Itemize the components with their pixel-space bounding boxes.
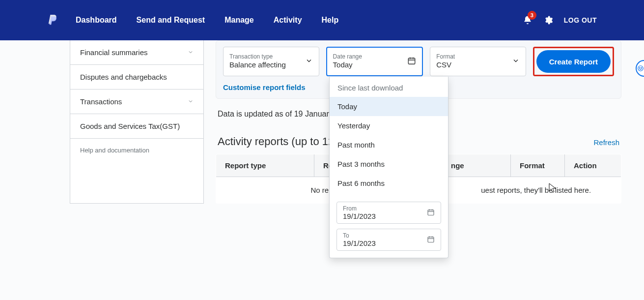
svg-point-13 — [639, 67, 640, 68]
dropdown-header: Since last download — [330, 77, 448, 97]
notif-badge: 3 — [528, 11, 536, 20]
sidebar-disputes[interactable]: Disputes and chargebacks — [70, 65, 203, 90]
chevron-down-icon — [188, 97, 194, 106]
svg-rect-8 — [428, 237, 434, 242]
col-range: nge — [442, 154, 511, 177]
create-report-button[interactable]: Create Report — [536, 50, 611, 73]
sidebar-item-label: Help and documentation — [80, 147, 149, 154]
dd-today[interactable]: Today — [330, 97, 448, 116]
svg-rect-0 — [408, 58, 415, 64]
to-value: 19/1/2023 — [343, 239, 421, 247]
format-select[interactable]: Format CSV — [430, 47, 526, 76]
logout-button[interactable]: LOG OUT — [564, 16, 597, 24]
field-value: CSV — [436, 60, 506, 70]
field-label: Transaction type — [229, 53, 299, 60]
svg-point-12 — [638, 66, 643, 71]
sidebar-item-label: Transactions — [80, 97, 122, 106]
content-wrap: Financial summaries Disputes and chargeb… — [0, 40, 644, 204]
activity-reports-title: Activity reports (up to 12 — [218, 135, 334, 148]
calendar-icon — [407, 57, 416, 67]
from-label: From — [343, 205, 421, 212]
col-format: Format — [511, 154, 565, 177]
col-report-type: Report type — [216, 154, 314, 177]
empty-right: uest reports, they'll be listed here. — [481, 186, 591, 194]
nav-send-request[interactable]: Send and Request — [137, 16, 205, 25]
dd-past-6-months[interactable]: Past 6 months — [330, 174, 448, 193]
sidebar: Financial summaries Disputes and chargeb… — [70, 40, 204, 204]
svg-rect-4 — [428, 210, 434, 215]
sidebar-item-label: Financial summaries — [80, 48, 148, 57]
chevron-down-icon — [512, 57, 520, 66]
sidebar-item-label: Goods and Services Tax(GST) — [80, 122, 180, 130]
sidebar-help-docs[interactable]: Help and documentation — [70, 139, 203, 162]
date-range-dropdown: Since last download Today Yesterday Past… — [329, 77, 448, 258]
refresh-link[interactable]: Refresh — [593, 138, 619, 147]
sidebar-gst[interactable]: Goods and Services Tax(GST) — [70, 114, 203, 139]
sidebar-financial-summaries[interactable]: Financial summaries — [70, 40, 203, 65]
top-nav: Dashboard Send and Request Manage Activi… — [0, 0, 644, 40]
to-label: To — [343, 232, 421, 239]
settings-button[interactable] — [543, 15, 553, 25]
nav-links: Dashboard Send and Request Manage Activi… — [76, 16, 338, 25]
calendar-icon — [427, 208, 435, 217]
nav-left: Dashboard Send and Request Manage Activi… — [47, 14, 338, 27]
field-label: Date range — [333, 53, 403, 60]
paypal-logo-icon[interactable] — [47, 14, 58, 27]
notifications-button[interactable]: 3 — [523, 15, 532, 26]
chevron-down-icon — [188, 48, 194, 57]
to-date-input[interactable]: To 19/1/2023 — [336, 229, 441, 251]
dd-past-3-months[interactable]: Past 3 months — [330, 154, 448, 174]
field-value: Balance affecting — [229, 60, 299, 70]
from-date-input[interactable]: From 19/1/2023 — [336, 202, 441, 224]
dd-past-month[interactable]: Past month — [330, 135, 448, 154]
calendar-icon — [427, 235, 435, 244]
field-value: Today — [333, 60, 403, 70]
nav-help[interactable]: Help — [322, 16, 339, 25]
nav-right: 3 LOG OUT — [523, 15, 597, 26]
dd-yesterday[interactable]: Yesterday — [330, 116, 448, 135]
col-action: Action — [565, 154, 621, 177]
sidebar-transactions[interactable]: Transactions — [70, 90, 203, 114]
svg-point-14 — [641, 67, 642, 68]
filter-row: Transaction type Balance affecting Date … — [223, 47, 614, 76]
nav-manage[interactable]: Manage — [224, 16, 254, 25]
field-label: Format — [436, 53, 506, 60]
nav-activity[interactable]: Activity — [274, 16, 302, 25]
transaction-type-select[interactable]: Transaction type Balance affecting — [223, 47, 319, 76]
nav-dashboard[interactable]: Dashboard — [76, 16, 117, 25]
sidebar-item-label: Disputes and chargebacks — [80, 73, 167, 81]
date-range-select[interactable]: Date range Today — [326, 47, 423, 76]
create-report-highlight: Create Report — [533, 47, 614, 76]
chevron-down-icon — [305, 57, 313, 66]
from-value: 19/1/2023 — [343, 212, 421, 220]
